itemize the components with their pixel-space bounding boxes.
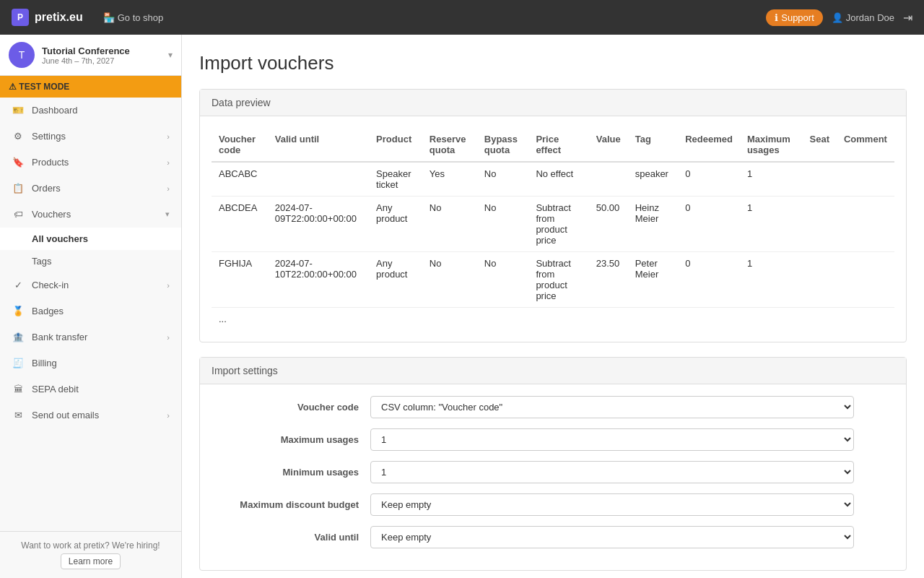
support-button[interactable]: ℹ Support [766, 9, 823, 26]
form-row-valid-until: Valid untilKeep empty [212, 526, 894, 548]
event-chevron-icon: ▾ [168, 50, 173, 60]
content-area: Import vouchers Data preview Voucher cod… [182, 35, 924, 578]
sidebar-item-vouchers-label: Vouchers [32, 209, 71, 220]
badges-icon: 🏅 [12, 306, 25, 316]
col-comment: Comment [837, 128, 894, 162]
products-icon: 🔖 [12, 157, 25, 168]
event-info: Tutorial Conference June 4th – 7th, 2027 [42, 46, 168, 65]
data-preview-card: Data preview Voucher code Valid until Pr… [199, 89, 907, 342]
col-tag: Tag [628, 128, 678, 162]
settings-icon: ⚙ [12, 131, 25, 142]
orders-icon: 📋 [12, 183, 25, 194]
sidebar-item-badges[interactable]: 🏅 Badges [0, 298, 181, 324]
brand-icon: P [12, 9, 29, 26]
event-name: Tutorial Conference [42, 46, 168, 56]
vouchers-arrow-icon: ▾ [165, 210, 170, 219]
logout-icon[interactable]: ⇥ [903, 11, 912, 25]
form-row-voucher-code: Voucher codeCSV column: "Voucher code" [212, 396, 894, 418]
form-select-maximum-usages[interactable]: 1 [370, 428, 854, 451]
data-preview-table: Voucher code Valid until Product Reserve… [212, 128, 894, 330]
sidebar-item-checkin[interactable]: ✓ Check-in › [0, 272, 181, 298]
col-redeemed: Redeemed [678, 128, 740, 162]
event-date: June 4th – 7th, 2027 [42, 56, 168, 65]
sidebar-footer: Want to work at pretix? We're hiring! Le… [0, 531, 181, 578]
data-preview-header: Data preview [200, 90, 906, 116]
sidebar-item-badges-label: Badges [32, 306, 64, 316]
sidebar-item-bank-transfer-label: Bank transfer [32, 332, 87, 342]
user-name: Jordan Doe [846, 12, 894, 23]
col-reserve-quota: Reserve quota [422, 128, 477, 162]
form-select-max-discount-budget[interactable]: Keep empty [370, 493, 854, 516]
topnav: P pretix.eu 🏪 Go to shop ℹ Support 👤 Jor… [0, 0, 924, 35]
sidebar-item-dashboard[interactable]: 🎫 Dashboard [0, 98, 181, 124]
sidebar-item-checkin-label: Check-in [32, 280, 69, 290]
col-voucher-code: Voucher code [212, 128, 268, 162]
brand-name: pretix.eu [35, 11, 83, 24]
brand-link[interactable]: P pretix.eu [12, 9, 83, 26]
vouchers-icon: 🏷 [12, 209, 25, 220]
send-out-emails-arrow-icon: › [167, 411, 170, 420]
form-row-minimum-usages: Minimum usages1 [212, 461, 894, 483]
form-row-max-discount-budget: Maximum discount budgetKeep empty [212, 493, 894, 516]
sidebar-item-orders[interactable]: 📋 Orders › [0, 176, 181, 202]
form-label-maximum-usages: Maximum usages [212, 434, 370, 445]
table-row: ABCDEA2024-07-09T22:00:00+00:00Any produ… [212, 197, 894, 252]
col-bypass-quota: Bypass quota [477, 128, 529, 162]
sidebar-item-products-label: Products [32, 157, 69, 168]
sidebar-item-bank-transfer[interactable]: 🏦 Bank transfer › [0, 324, 181, 350]
sepa-debit-icon: 🏛 [12, 384, 25, 394]
sidebar-item-settings-label: Settings [32, 131, 66, 142]
bank-transfer-arrow-icon: › [167, 333, 170, 342]
orders-arrow-icon: › [167, 184, 170, 193]
table-row: ABCABCSpeaker ticketYesNoNo effectspeake… [212, 162, 894, 197]
col-valid-until: Valid until [268, 128, 369, 162]
form-select-valid-until[interactable]: Keep empty [370, 526, 854, 548]
products-arrow-icon: › [167, 158, 170, 167]
tags-label: Tags [32, 256, 51, 267]
sidebar-item-sepa-debit[interactable]: 🏛 SEPA debit [0, 376, 181, 402]
table-row: FGHIJA2024-07-10T22:00:00+00:00Any produ… [212, 252, 894, 308]
settings-arrow-icon: › [167, 132, 170, 141]
checkin-arrow-icon: › [167, 281, 170, 290]
form-select-minimum-usages[interactable]: 1 [370, 461, 854, 483]
sidebar-nav: 🎫 Dashboard ⚙ Settings › 🔖 Products › 📋 … [0, 98, 181, 531]
page-title: Import vouchers [199, 52, 907, 74]
user-link[interactable]: 👤 Jordan Doe [832, 12, 894, 23]
form-select-voucher-code[interactable]: CSV column: "Voucher code" [370, 396, 854, 418]
sidebar-item-billing-label: Billing [32, 358, 57, 368]
sidebar-item-vouchers[interactable]: 🏷 Vouchers ▾ [0, 202, 181, 228]
billing-icon: 🧾 [12, 358, 25, 368]
data-preview-body: Voucher code Valid until Product Reserve… [200, 116, 906, 342]
support-label: Support [781, 12, 814, 23]
import-settings-card: Import settings Voucher codeCSV column: … [199, 357, 907, 571]
checkin-icon: ✓ [12, 280, 25, 290]
col-max-usages: Maximum usages [740, 128, 803, 162]
table-header-row: Voucher code Valid until Product Reserve… [212, 128, 894, 162]
form-label-minimum-usages: Minimum usages [212, 467, 370, 478]
sidebar-item-billing[interactable]: 🧾 Billing [0, 350, 181, 376]
test-mode-label: ⚠ TEST MODE [9, 82, 69, 92]
table-ellipsis-row: ... [212, 308, 894, 331]
sidebar-item-send-out-emails[interactable]: ✉ Send out emails › [0, 402, 181, 428]
test-mode-banner: ⚠ TEST MODE [0, 76, 181, 98]
goto-shop-link[interactable]: 🏪 Go to shop [97, 9, 170, 26]
dashboard-icon: 🎫 [12, 105, 25, 116]
learn-more-link[interactable]: Learn more [61, 553, 121, 569]
form-label-valid-until: Valid until [212, 532, 370, 543]
sidebar-item-products[interactable]: 🔖 Products › [0, 150, 181, 176]
sidebar-item-tags[interactable]: Tags [0, 250, 181, 272]
event-avatar: T [9, 42, 35, 68]
col-product: Product [369, 128, 422, 162]
learn-more-label: Learn more [69, 556, 113, 566]
sidebar-item-dashboard-label: Dashboard [32, 105, 78, 116]
sidebar-item-settings[interactable]: ⚙ Settings › [0, 124, 181, 150]
goto-shop-label: Go to shop [118, 12, 164, 23]
import-settings-body: Voucher codeCSV column: "Voucher code"Ma… [200, 384, 906, 570]
form-label-voucher-code: Voucher code [212, 402, 370, 413]
sidebar-item-all-vouchers[interactable]: All vouchers [0, 228, 181, 250]
sidebar-item-sepa-debit-label: SEPA debit [32, 384, 79, 394]
sidebar: T Tutorial Conference June 4th – 7th, 20… [0, 35, 182, 578]
form-row-maximum-usages: Maximum usages1 [212, 428, 894, 451]
sidebar-item-orders-label: Orders [32, 183, 61, 194]
event-selector[interactable]: T Tutorial Conference June 4th – 7th, 20… [0, 35, 181, 76]
